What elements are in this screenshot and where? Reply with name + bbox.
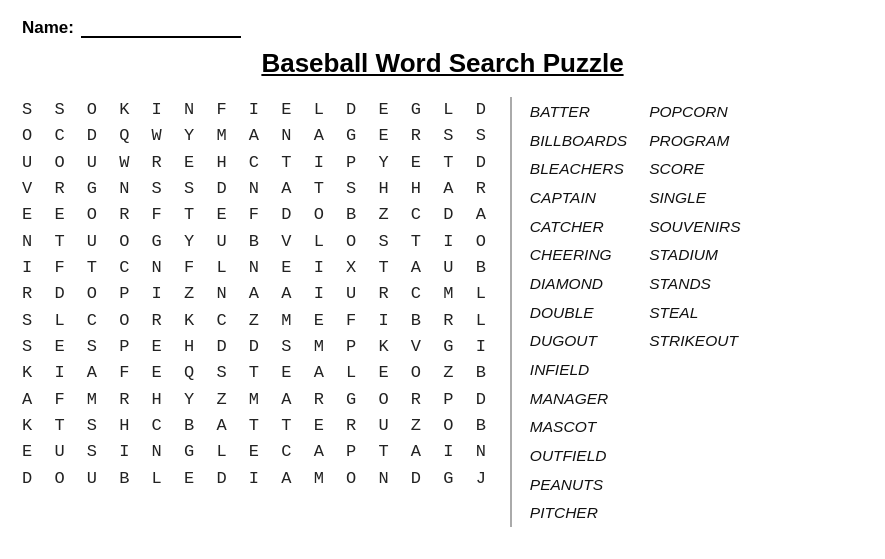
puzzle-row: U O U W R E H C T I P Y E T D <box>22 150 492 176</box>
puzzle-row: I F T C N F L N E I X T A U B <box>22 255 492 281</box>
word-item: MANAGER <box>530 386 627 413</box>
word-item: DOUBLE <box>530 300 627 327</box>
puzzle-row: O C D Q W Y M A N A G E R S S <box>22 123 492 149</box>
puzzle-area: S S O K I N F I E L D E G L DO C D Q W Y… <box>22 97 512 527</box>
word-item: BATTER <box>530 99 627 126</box>
word-item: CHEERING <box>530 242 627 269</box>
puzzle-row: S E S P E H D D S M P K V G I <box>22 334 492 360</box>
word-col-2: POPCORNPROGRAMSCORESINGLESOUVENIRSSTADIU… <box>649 99 740 527</box>
word-list-area: BATTERBILLBOARDSBLEACHERSCAPTAINCATCHERC… <box>530 97 863 527</box>
word-item: MASCOT <box>530 414 627 441</box>
word-item: STEAL <box>649 300 740 327</box>
puzzle-row: V R G N S S D N A T S H H A R <box>22 176 492 202</box>
word-item: CATCHER <box>530 214 627 241</box>
word-item: BLEACHERS <box>530 156 627 183</box>
word-item: BILLBOARDS <box>530 128 627 155</box>
word-item: DUGOUT <box>530 328 627 355</box>
puzzle-grid: S S O K I N F I E L D E G L DO C D Q W Y… <box>22 97 492 492</box>
puzzle-row: K T S H C B A T T E R U Z O B <box>22 413 492 439</box>
word-item: SINGLE <box>649 185 740 212</box>
word-item: INFIELD <box>530 357 627 384</box>
name-line: Name: <box>22 18 863 38</box>
word-item: CAPTAIN <box>530 185 627 212</box>
word-item: SOUVENIRS <box>649 214 740 241</box>
page-title: Baseball Word Search Puzzle <box>22 48 863 79</box>
word-item: PEANUTS <box>530 472 627 499</box>
word-item: OUTFIELD <box>530 443 627 470</box>
main-content: S S O K I N F I E L D E G L DO C D Q W Y… <box>22 97 863 527</box>
word-item: STANDS <box>649 271 740 298</box>
puzzle-row: N T U O G Y U B V L O S T I O <box>22 229 492 255</box>
word-item: STRIKEOUT <box>649 328 740 355</box>
puzzle-row: A F M R H Y Z M A R G O R P D <box>22 387 492 413</box>
puzzle-row: E E O R F T E F D O B Z C D A <box>22 202 492 228</box>
puzzle-row: R D O P I Z N A A I U R C M L <box>22 281 492 307</box>
puzzle-row: E U S I N G L E C A P T A I N <box>22 439 492 465</box>
puzzle-row: K I A F E Q S T E A L E O Z B <box>22 360 492 386</box>
puzzle-row: D O U B L E D I A M O N D G J <box>22 466 492 492</box>
word-item: SCORE <box>649 156 740 183</box>
word-item: PITCHER <box>530 500 627 527</box>
word-item: POPCORN <box>649 99 740 126</box>
word-col-1: BATTERBILLBOARDSBLEACHERSCAPTAINCATCHERC… <box>530 99 627 527</box>
puzzle-row: S S O K I N F I E L D E G L D <box>22 97 492 123</box>
word-item: PROGRAM <box>649 128 740 155</box>
word-item: STADIUM <box>649 242 740 269</box>
word-item: DIAMOND <box>530 271 627 298</box>
puzzle-row: S L C O R K C Z M E F I B R L <box>22 308 492 334</box>
name-underline <box>81 36 241 38</box>
name-label: Name: <box>22 18 74 37</box>
